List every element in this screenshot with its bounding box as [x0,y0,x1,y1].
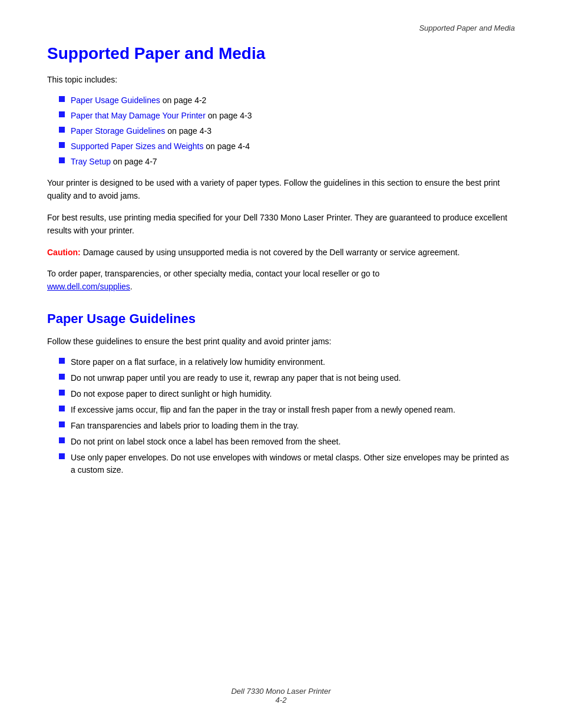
header-text: Supported Paper and Media [419,24,515,32]
list-item: Supported Paper Sizes and Weights on pag… [59,140,515,153]
list-item: Do not print on label stock once a label… [59,436,515,448]
bullet-icon [59,96,65,102]
guideline-3: Do not expose paper to direct sunlight o… [71,388,272,400]
intro-text: This topic includes: [47,74,515,86]
list-item: Do not unwrap paper until you are ready … [59,372,515,384]
guideline-6: Do not print on label stock once a label… [71,436,340,448]
toc-link-paper-damage[interactable]: Paper that May Damage Your Printer [71,111,206,120]
list-item: Store paper on a flat surface, in a rela… [59,356,515,368]
section2-title: Paper Usage Guidelines [47,311,515,327]
bullet-icon [59,157,65,163]
list-item: Paper that May Damage Your Printer on pa… [59,110,515,122]
caution-body: Damage caused by using unsupported media… [81,248,460,257]
guideline-2: Do not unwrap paper until you are ready … [71,372,401,384]
list-item: Paper Usage Guidelines on page 4-2 [59,94,515,107]
guideline-5: Fan transparencies and labels prior to l… [71,420,299,432]
bullet-icon [59,358,65,364]
bullet-icon [59,453,65,459]
list-item: Fan transparencies and labels prior to l… [59,420,515,432]
order-text-before: To order paper, transparencies, or other… [47,269,379,278]
bullet-icon [59,374,65,380]
footer: Dell 7330 Mono Laser Printer 4-2 [0,687,562,704]
list-item: Paper Storage Guidelines on page 4-3 [59,125,515,137]
bullet-icon [59,390,65,396]
guideline-4: If excessive jams occur, flip and fan th… [71,404,455,416]
page-container: Supported Paper and Media Supported Pape… [0,0,562,728]
caution-label: Caution: [47,248,81,257]
list-item: Do not expose paper to direct sunlight o… [59,388,515,400]
footer-page-number: 4-2 [0,696,562,704]
bullet-icon [59,437,65,443]
toc-link-paper-sizes[interactable]: Supported Paper Sizes and Weights [71,141,203,151]
body-paragraph-2: For best results, use printing media spe… [47,211,515,238]
toc-link-paper-storage[interactable]: Paper Storage Guidelines [71,126,165,136]
section2-intro: Follow these guidelines to ensure the be… [47,335,515,348]
header-right: Supported Paper and Media [47,24,515,32]
bullet-icon [59,111,65,117]
list-item: Tray Setup on page 4-7 [59,156,515,168]
bullet-icon [59,127,65,133]
guideline-1: Store paper on a flat surface, in a rela… [71,356,325,368]
dell-supplies-link[interactable]: www.dell.com/supplies [47,282,130,291]
toc-link-paper-usage[interactable]: Paper Usage Guidelines [71,95,160,105]
guideline-7: Use only paper envelopes. Do not use env… [71,452,515,476]
list-item: If excessive jams occur, flip and fan th… [59,404,515,416]
body-paragraph-1: Your printer is designed to be used with… [47,176,515,203]
order-paragraph: To order paper, transparencies, or other… [47,267,515,294]
bullet-icon [59,406,65,411]
toc-list: Paper Usage Guidelines on page 4-2 Paper… [59,94,515,168]
main-title: Supported Paper and Media [47,44,515,63]
bullet-icon [59,142,65,148]
caution-paragraph: Caution: Damage caused by using unsuppor… [47,246,515,259]
list-item: Use only paper envelopes. Do not use env… [59,452,515,476]
toc-link-tray-setup[interactable]: Tray Setup [71,157,111,166]
guidelines-list: Store paper on a flat surface, in a rela… [59,356,515,476]
bullet-icon [59,421,65,427]
footer-printer-name: Dell 7330 Mono Laser Printer [0,687,562,696]
